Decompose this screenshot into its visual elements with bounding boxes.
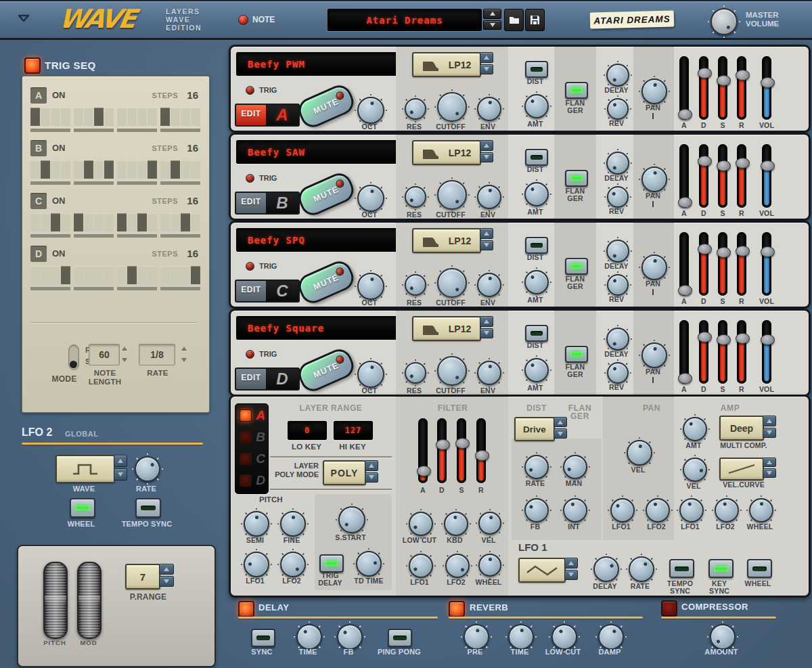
decay-slider[interactable]	[699, 56, 708, 120]
step-cell[interactable]	[94, 213, 104, 231]
release-slider[interactable]	[737, 144, 746, 208]
decay-slider[interactable]	[699, 232, 708, 296]
filter-down-button[interactable]	[480, 328, 493, 339]
mute-button[interactable]: MUTE	[295, 81, 358, 131]
seq-on-label[interactable]: ON	[52, 143, 66, 153]
step-cell[interactable]	[61, 160, 70, 179]
pitch-semi-knob[interactable]	[244, 511, 269, 537]
seq-steps-value[interactable]: 16	[187, 195, 198, 206]
mute-button[interactable]: MUTE	[295, 345, 358, 395]
step-cell[interactable]	[61, 213, 70, 231]
step-cell[interactable]	[94, 108, 104, 126]
step-grid[interactable]	[30, 213, 201, 231]
reverb-send-knob[interactable]	[607, 274, 629, 296]
rate-down[interactable]	[178, 355, 190, 365]
dist-button[interactable]	[525, 325, 548, 342]
preset-down-button[interactable]	[483, 20, 501, 30]
filter-wheel-knob[interactable]	[478, 554, 501, 577]
amp-amt-knob[interactable]	[683, 417, 707, 441]
filter-kbd-knob[interactable]	[444, 512, 468, 536]
res-knob[interactable]	[405, 98, 426, 120]
mute-button[interactable]: MUTE	[295, 257, 358, 307]
step-cell[interactable]	[41, 108, 50, 126]
pitch-fine-knob[interactable]	[280, 511, 306, 537]
step-cell[interactable]	[74, 266, 83, 284]
edit-button[interactable]: EDIT	[235, 280, 267, 303]
pan-lfo2-knob[interactable]	[646, 498, 670, 522]
delay-send-knob[interactable]	[606, 240, 629, 263]
step-cell[interactable]	[104, 266, 114, 284]
step-cell[interactable]	[160, 266, 170, 284]
save-preset-button[interactable]	[525, 9, 545, 31]
step-cell[interactable]	[137, 266, 147, 284]
filter-sustain-slider[interactable]	[457, 418, 466, 483]
step-cell[interactable]	[148, 108, 157, 126]
release-slider[interactable]	[737, 320, 746, 384]
reverb-send-knob[interactable]	[607, 186, 629, 208]
filter-lfo2-knob[interactable]	[445, 554, 470, 578]
mod-wheel[interactable]	[77, 562, 102, 639]
lfo1-wheel-button[interactable]	[747, 559, 772, 578]
step-cell[interactable]	[160, 160, 170, 179]
filter-up-button[interactable]	[480, 316, 493, 327]
lfo1-wave-up[interactable]	[564, 558, 578, 569]
poly-up[interactable]	[365, 460, 378, 471]
step-cell[interactable]	[104, 213, 114, 231]
step-cell[interactable]	[171, 213, 180, 231]
dist-button[interactable]	[525, 61, 548, 78]
seq-steps-value[interactable]: 16	[187, 248, 198, 259]
step-cell[interactable]	[61, 108, 70, 126]
step-cell[interactable]	[51, 266, 60, 284]
step-cell[interactable]	[127, 160, 137, 179]
step-cell[interactable]	[94, 266, 104, 284]
reverb-enable-button[interactable]	[449, 601, 465, 617]
res-knob[interactable]	[405, 274, 426, 296]
lfo1-tempo-sync-button[interactable]	[669, 559, 694, 578]
lfo2-wave-up[interactable]	[114, 455, 127, 467]
reverb-lowcut-knob[interactable]	[551, 624, 577, 650]
env-knob[interactable]	[477, 185, 501, 209]
sustain-slider[interactable]	[718, 320, 727, 384]
dist-up[interactable]	[554, 417, 567, 427]
menu-dropdown-icon[interactable]	[18, 14, 30, 23]
decay-slider[interactable]	[699, 320, 708, 384]
multi-comp-selector[interactable]: Deep	[719, 416, 764, 441]
step-cell[interactable]	[51, 160, 60, 179]
step-cell[interactable]	[181, 160, 190, 179]
step-cell[interactable]	[61, 266, 70, 284]
step-cell[interactable]	[41, 213, 50, 231]
step-cell[interactable]	[191, 108, 200, 126]
master-volume-knob[interactable]	[710, 8, 738, 35]
step-cell[interactable]	[30, 213, 40, 231]
pan-knob[interactable]	[641, 79, 667, 104]
note-length-up[interactable]	[118, 343, 131, 353]
step-cell[interactable]	[30, 266, 40, 284]
step-cell[interactable]	[117, 108, 127, 126]
edit-button[interactable]: EDIT	[235, 368, 267, 391]
step-cell[interactable]	[181, 213, 190, 231]
dist-amt-knob[interactable]	[524, 270, 549, 294]
filter-type-selector[interactable]: LP12	[412, 140, 481, 165]
step-cell[interactable]	[74, 213, 83, 231]
cutoff-knob[interactable]	[437, 92, 467, 122]
oct-knob[interactable]	[357, 185, 384, 212]
dist-amt-knob[interactable]	[524, 358, 549, 382]
vel-curve-selector[interactable]	[719, 458, 764, 481]
step-grid[interactable]	[30, 108, 201, 126]
lfo2-wheel-button[interactable]	[70, 498, 95, 518]
pitch-wheel[interactable]	[43, 562, 68, 639]
seq-row-letter[interactable]: B	[30, 140, 47, 156]
lfo2-wave-down[interactable]	[114, 468, 127, 481]
step-grid[interactable]	[30, 160, 201, 179]
seq-row-letter[interactable]: D	[30, 246, 47, 262]
step-cell[interactable]	[94, 160, 104, 179]
layer-select-b[interactable]: B	[240, 428, 265, 446]
filter-down-button[interactable]	[480, 64, 493, 75]
volume-slider[interactable]	[762, 232, 771, 296]
seq-on-label[interactable]: ON	[52, 248, 66, 259]
env-knob[interactable]	[477, 97, 501, 121]
step-cell[interactable]	[84, 213, 93, 231]
rate-up[interactable]	[178, 343, 190, 353]
dist-type-selector[interactable]: Drive	[514, 417, 555, 441]
sample-start-knob[interactable]	[338, 506, 365, 533]
